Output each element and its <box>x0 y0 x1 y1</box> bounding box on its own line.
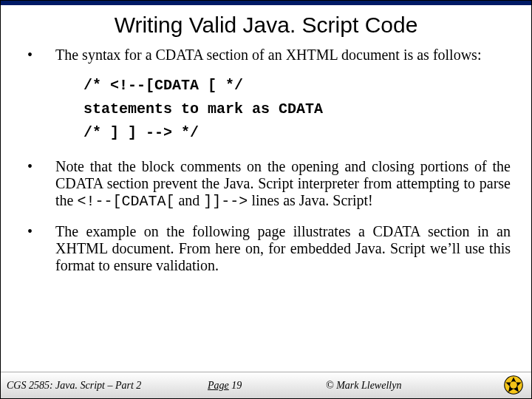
bullet-item-2: Note that the block comments on the open… <box>21 158 511 210</box>
bullet-item-1: The syntax for a CDATA section of an XHT… <box>21 47 511 145</box>
bullet-2-post: lines as Java. Script! <box>248 192 372 208</box>
svg-point-1 <box>510 381 517 389</box>
bullet-list: The syntax for a CDATA section of an XHT… <box>21 47 511 274</box>
slide-body: The syntax for a CDATA section of an XHT… <box>1 47 531 274</box>
footer-page-number: 19 <box>231 380 242 391</box>
slide-footer: CGS 2585: Java. Script – Part 2 Page 19 … <box>1 372 531 398</box>
code-line-3: /* ] ] --> */ <box>83 121 511 145</box>
bullet-item-3: The example on the following page illust… <box>21 223 511 274</box>
footer-page-label: Page <box>208 380 229 391</box>
bullet-2-mid: and <box>174 192 203 208</box>
footer-course: CGS 2585: Java. Script – Part 2 <box>1 380 185 392</box>
bullet-2-code-1: <!--[CDATA[ <box>77 193 174 210</box>
bullet-text-1: The syntax for a CDATA section of an XHT… <box>55 47 481 63</box>
bullet-text-3: The example on the following page illust… <box>55 223 511 273</box>
code-line-1: /* <!--[CDATA [ */ <box>83 74 511 98</box>
slide-title: Writing Valid Java. Script Code <box>1 5 531 47</box>
code-example: /* <!--[CDATA [ */ statements to mark as… <box>83 74 511 145</box>
footer-page: Page 19 <box>185 380 296 392</box>
bullet-2-code-2: ]]--> <box>203 193 248 210</box>
ucf-logo-icon <box>503 375 524 395</box>
footer-copyright: © Mark Llewellyn <box>296 380 531 392</box>
code-line-2: statements to mark as CDATA <box>83 98 511 121</box>
